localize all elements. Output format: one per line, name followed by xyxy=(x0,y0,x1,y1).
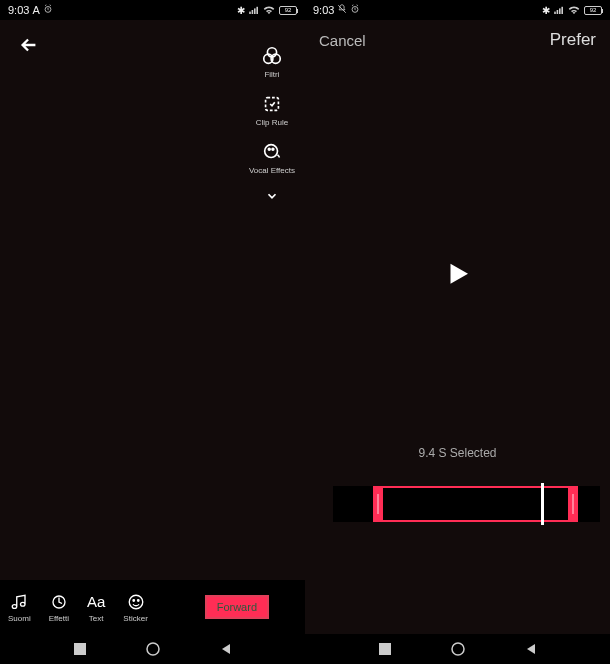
svg-rect-16 xyxy=(74,643,86,655)
video-preview-right[interactable]: 9.4 S Selected xyxy=(305,60,610,580)
filters-tool[interactable]: Filtri xyxy=(261,45,283,79)
bottom-spacer xyxy=(305,580,610,634)
bluetooth-icon: ✱ xyxy=(237,5,245,16)
forward-button[interactable]: Forward xyxy=(205,595,269,619)
nav-back-button-right[interactable] xyxy=(525,643,537,655)
trim-handle-right[interactable] xyxy=(568,486,578,522)
music-icon xyxy=(10,592,28,612)
nav-bar-right xyxy=(305,634,610,664)
battery-icon: 92 xyxy=(279,6,297,15)
svg-point-17 xyxy=(147,643,159,655)
nav-back-button[interactable] xyxy=(220,643,232,655)
selection-duration: 9.4 S Selected xyxy=(305,446,610,460)
suomi-label: Suomi xyxy=(8,614,31,623)
svg-rect-19 xyxy=(554,11,556,13)
wifi-icon xyxy=(263,5,275,16)
svg-point-13 xyxy=(129,595,143,609)
bluetooth-icon-right: ✱ xyxy=(542,5,550,16)
filters-icon xyxy=(261,45,283,67)
svg-rect-21 xyxy=(559,8,561,14)
video-preview-left[interactable] xyxy=(0,76,305,580)
svg-point-15 xyxy=(137,599,139,601)
status-bar-right: 9:03 ✱ 92 xyxy=(305,0,610,20)
svg-point-14 xyxy=(133,599,135,601)
sticker-tool[interactable]: Sticker xyxy=(123,592,147,623)
svg-rect-1 xyxy=(249,11,251,13)
play-button[interactable] xyxy=(443,259,473,293)
effects-icon xyxy=(50,592,68,612)
svg-rect-20 xyxy=(557,10,559,14)
effetti-tool[interactable]: Effetti xyxy=(49,592,69,623)
bottom-toolbar: Suomi Effetti Aa Text Sticker xyxy=(0,580,305,634)
status-time-right: 9:03 xyxy=(313,4,334,16)
svg-point-24 xyxy=(452,643,464,655)
svg-rect-23 xyxy=(379,643,391,655)
svg-rect-22 xyxy=(561,6,563,13)
nav-bar-left xyxy=(0,634,305,664)
alarm-icon xyxy=(43,4,53,16)
wifi-icon-right xyxy=(568,5,580,16)
signal-icon xyxy=(249,5,259,16)
status-bar-left: 9:03 A ✱ 92 xyxy=(0,0,305,20)
timeline-selection xyxy=(373,486,578,522)
dnd-icon xyxy=(337,4,347,16)
nav-home-button-right[interactable] xyxy=(451,642,465,656)
text-label: Text xyxy=(89,614,104,623)
back-button[interactable] xyxy=(14,30,44,66)
svg-rect-4 xyxy=(256,6,258,13)
editor-screen: 9:03 A ✱ 92 xyxy=(0,0,305,664)
svg-rect-2 xyxy=(252,10,254,14)
nav-home-button[interactable] xyxy=(146,642,160,656)
trim-screen: 9:03 ✱ 92 Cancel Pre xyxy=(305,0,610,664)
status-am: A xyxy=(32,4,39,16)
prefer-button[interactable]: Prefer xyxy=(550,30,596,50)
cancel-button[interactable]: Cancel xyxy=(319,32,366,49)
effetti-label: Effetti xyxy=(49,614,69,623)
battery-icon-right: 92 xyxy=(584,6,602,15)
playhead[interactable] xyxy=(541,483,544,525)
text-tool[interactable]: Aa Text xyxy=(87,592,105,623)
sticker-icon xyxy=(127,592,145,612)
alarm-icon-right xyxy=(350,4,360,16)
sticker-label: Sticker xyxy=(123,614,147,623)
svg-rect-3 xyxy=(254,8,256,14)
status-time: 9:03 xyxy=(8,4,29,16)
timeline[interactable] xyxy=(333,486,600,522)
nav-recent-button[interactable] xyxy=(74,643,86,655)
signal-icon-right xyxy=(554,5,564,16)
suomi-tool[interactable]: Suomi xyxy=(8,592,31,623)
nav-recent-button-right[interactable] xyxy=(379,643,391,655)
text-icon: Aa xyxy=(87,592,105,612)
trim-handle-left[interactable] xyxy=(373,486,383,522)
